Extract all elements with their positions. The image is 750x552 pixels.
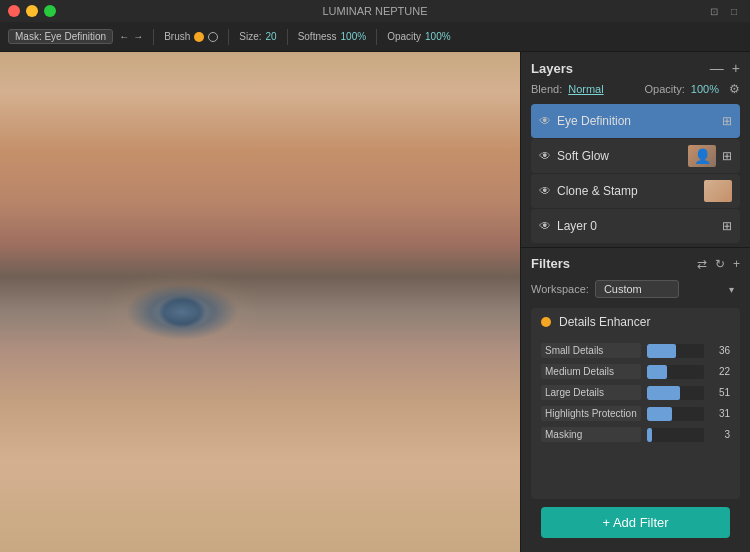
blend-label: Blend: <box>531 83 562 95</box>
slider-row-large: Large Details 51 <box>531 382 740 403</box>
eye-visibility-icon-2[interactable]: 👁 <box>539 184 551 198</box>
layer-item-layer0[interactable]: 👁 Layer 0 ⊞ <box>531 209 740 243</box>
window-icon-2[interactable]: □ <box>726 4 742 18</box>
traffic-lights <box>8 5 56 17</box>
slider-value-large: 51 <box>710 387 730 398</box>
slider-fill-highlights <box>647 407 672 421</box>
filters-header: Filters ⇄ ↻ + <box>531 256 740 271</box>
softness-label: Softness <box>298 31 337 42</box>
settings-icon[interactable]: ⚙ <box>729 82 740 96</box>
window-icon-1[interactable]: ⊡ <box>706 4 722 18</box>
slider-fill-large <box>647 386 680 400</box>
eye-visibility-icon-1[interactable]: 👁 <box>539 149 551 163</box>
layers-actions: — + <box>710 60 740 76</box>
size-value[interactable]: 20 <box>266 31 277 42</box>
slider-track-large[interactable] <box>647 386 704 400</box>
blend-value[interactable]: Normal <box>568 83 603 95</box>
minimize-button[interactable] <box>26 5 38 17</box>
filters-sort-icon[interactable]: ⇄ <box>697 257 707 271</box>
toolbar-softness-section: Softness 100% <box>298 31 367 42</box>
size-label: Size: <box>239 31 261 42</box>
layer-name-3: Layer 0 <box>557 219 716 233</box>
toolbar-size-section: Size: 20 <box>239 31 276 42</box>
brush-outline[interactable] <box>208 32 218 42</box>
title-bar: LUMINAR NEPTUNE ⊡ □ <box>0 0 750 22</box>
toolbar-nav: ← → <box>119 31 143 42</box>
slider-value-masking: 3 <box>710 429 730 440</box>
slider-track-medium[interactable] <box>647 365 704 379</box>
sep3 <box>287 29 288 45</box>
photo-content <box>0 52 520 552</box>
filters-actions: ⇄ ↻ + <box>697 257 740 271</box>
layers-list: 👁 Eye Definition ⊞ 👁 Soft Glow 👤 ⊞ 👁 <box>531 104 740 243</box>
eye-visibility-icon-3[interactable]: 👁 <box>539 219 551 233</box>
toolbar-mask-section: Mask: Eye Definition <box>8 29 113 44</box>
filters-refresh-icon[interactable]: ↻ <box>715 257 725 271</box>
filters-section: Filters ⇄ ↻ + Workspace: Custom Portrait… <box>521 247 750 552</box>
layer-name-2: Clone & Stamp <box>557 184 698 198</box>
slider-label-masking: Masking <box>541 427 641 442</box>
workspace-select-wrapper: Custom Portrait Landscape Default <box>595 279 740 298</box>
nav-left[interactable]: ← <box>119 31 129 42</box>
mask-label: Mask: Eye Definition <box>8 29 113 44</box>
filter-group-header-details[interactable]: Details Enhancer <box>531 308 740 336</box>
brush-label: Brush <box>164 31 190 42</box>
layer-name-0: Eye Definition <box>557 114 716 128</box>
main-area: Layers — + Blend: Normal Opacity: 100% ⚙… <box>0 52 750 552</box>
layer-name-1: Soft Glow <box>557 149 682 163</box>
right-panel: Layers — + Blend: Normal Opacity: 100% ⚙… <box>520 52 750 552</box>
opacity-label: Opacity: <box>645 83 685 95</box>
layer-thumb-photo-2 <box>704 180 732 202</box>
slider-value-highlights: 31 <box>710 408 730 419</box>
opacity-label: Opacity <box>387 31 421 42</box>
brush-dot[interactable] <box>194 32 204 42</box>
layers-minus-icon[interactable]: — <box>710 60 724 76</box>
filter-sliders: Small Details 36 Medium Details 22 <box>531 336 740 449</box>
nav-right[interactable]: → <box>133 31 143 42</box>
slider-fill-masking <box>647 428 652 442</box>
slider-row-medium: Medium Details 22 <box>531 361 740 382</box>
slider-label-large: Large Details <box>541 385 641 400</box>
layers-title: Layers <box>531 61 573 76</box>
layer-item-clone-stamp[interactable]: 👁 Clone & Stamp <box>531 174 740 208</box>
slider-track-highlights[interactable] <box>647 407 704 421</box>
toolbar: Mask: Eye Definition ← → Brush Size: 20 … <box>0 22 750 52</box>
layers-plus-icon[interactable]: + <box>732 60 740 76</box>
layer-item-soft-glow[interactable]: 👁 Soft Glow 👤 ⊞ <box>531 139 740 173</box>
add-filter-button[interactable]: + Add Filter <box>541 507 730 538</box>
close-button[interactable] <box>8 5 20 17</box>
layer-item-eye-definition[interactable]: 👁 Eye Definition ⊞ <box>531 104 740 138</box>
toolbar-brush-section: Brush <box>164 31 218 42</box>
opacity-value[interactable]: 100% <box>691 83 719 95</box>
app-title: LUMINAR NEPTUNE <box>322 5 427 17</box>
layer-thumb-2 <box>704 180 732 202</box>
slider-value-small: 36 <box>710 345 730 356</box>
filters-title: Filters <box>531 256 697 271</box>
title-bar-right: ⊡ □ <box>706 4 742 18</box>
workspace-select[interactable]: Custom Portrait Landscape Default <box>595 280 679 298</box>
maximize-button[interactable] <box>44 5 56 17</box>
layer-thumb-face-1: 👤 <box>688 145 716 167</box>
filters-add-icon[interactable]: + <box>733 257 740 271</box>
slider-track-masking[interactable] <box>647 428 704 442</box>
softness-value[interactable]: 100% <box>341 31 367 42</box>
filter-dot-details <box>541 317 551 327</box>
workspace-label: Workspace: <box>531 283 589 295</box>
layers-section: Layers — + Blend: Normal Opacity: 100% ⚙… <box>521 52 750 247</box>
layer-mask-icon-0[interactable]: ⊞ <box>722 114 732 128</box>
layer-mask-icon-1[interactable]: ⊞ <box>722 149 732 163</box>
slider-fill-small <box>647 344 676 358</box>
slider-track-small[interactable] <box>647 344 704 358</box>
slider-row-small: Small Details 36 <box>531 340 740 361</box>
photo-area <box>0 52 520 552</box>
slider-value-medium: 22 <box>710 366 730 377</box>
sep1 <box>153 29 154 45</box>
opacity-value[interactable]: 100% <box>425 31 451 42</box>
sep2 <box>228 29 229 45</box>
layer-mask-icon-3[interactable]: ⊞ <box>722 219 732 233</box>
filter-group-details: Details Enhancer Small Details 36 Medium… <box>531 308 740 499</box>
eye-visibility-icon-0[interactable]: 👁 <box>539 114 551 128</box>
slider-label-medium: Medium Details <box>541 364 641 379</box>
filter-group-name-details: Details Enhancer <box>559 315 650 329</box>
layers-header: Layers — + <box>531 60 740 76</box>
